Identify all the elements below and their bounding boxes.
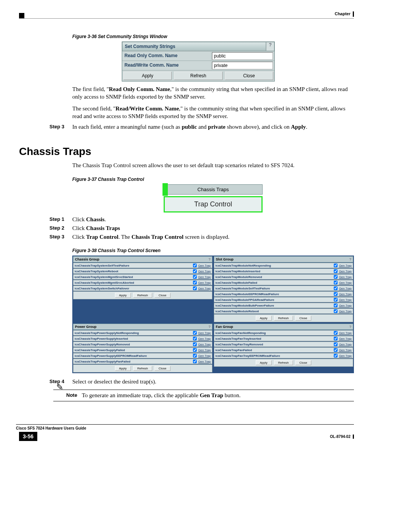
gen-trap-button[interactable]: Gen Trap [197, 287, 212, 290]
gen-trap-button[interactable]: Gen Trap [197, 343, 212, 346]
fan-group: Fan Group?icsChassisTrapFanNotResponding… [213, 323, 354, 373]
trap-checkbox[interactable] [193, 337, 197, 340]
trap-name: icsChassisTrapPowerSupplyEEPROMReadFailu… [73, 354, 193, 358]
trap-checkbox[interactable] [334, 354, 338, 358]
trap-checkbox[interactable] [193, 286, 197, 290]
trap-row: icsChassisTrapFanTrayInsertedGen Trap [214, 336, 353, 341]
close-button[interactable]: Close [225, 72, 273, 80]
refresh-button[interactable]: Refresh [174, 72, 222, 80]
trap-checkbox[interactable] [334, 304, 338, 307]
apply-button[interactable]: Apply [115, 293, 131, 298]
gen-trap-button[interactable]: Gen Trap [197, 348, 212, 352]
trap-checkbox[interactable] [334, 292, 338, 296]
apply-button[interactable]: Apply [256, 360, 272, 365]
gen-trap-button[interactable]: Gen Trap [338, 354, 353, 358]
read-write-input[interactable]: private [212, 62, 273, 69]
gen-trap-button[interactable]: Gen Trap [338, 331, 353, 335]
trap-checkbox[interactable] [193, 281, 197, 284]
trap-name: icsChassisTrapModuleFPGAReadFailure [214, 298, 333, 302]
refresh-button[interactable]: Refresh [133, 293, 152, 298]
trap-checkbox[interactable] [334, 337, 338, 340]
trap-name: icsChassisTrapPowerSupplyNotResponding [73, 331, 193, 335]
apply-button[interactable]: Apply [115, 366, 131, 371]
trap-checkbox[interactable] [193, 331, 197, 335]
window-title: Set Community Strings [122, 42, 266, 51]
gen-trap-button[interactable]: Gen Trap [197, 360, 212, 363]
refresh-button[interactable]: Refresh [133, 366, 152, 371]
trap-checkbox[interactable] [334, 264, 338, 267]
gen-trap-button[interactable]: Gen Trap [197, 331, 212, 335]
trap-name: icsChassisTrapModuleSelfTestFailure [214, 286, 333, 291]
refresh-button[interactable]: Refresh [274, 360, 293, 365]
trap-row: icsChassisTrapModuleRebootGen Trap [214, 308, 353, 314]
tab-trap-control[interactable]: Trap Control [164, 196, 263, 212]
read-only-label: Read Only Comm. Name [122, 51, 210, 61]
trap-checkbox[interactable] [334, 275, 338, 279]
help-icon[interactable]: ? [266, 42, 274, 51]
gen-trap-button[interactable]: Gen Trap [338, 337, 353, 340]
trap-checkbox[interactable] [334, 342, 338, 346]
close-button[interactable]: Close [295, 360, 311, 365]
trap-row: icsChassisTrapSystemRebootGen Trap [73, 268, 212, 274]
trap-name: icsChassisTrapSystemMgmtSrvcStarted [73, 275, 193, 279]
step-4: Step 4 Select or deselect the desired tr… [72, 379, 354, 385]
trap-checkbox[interactable] [193, 269, 197, 273]
gen-trap-button[interactable]: Gen Trap [338, 343, 353, 346]
gen-trap-button[interactable]: Gen Trap [338, 298, 353, 302]
trap-name: icsChassisTrapModuleRemoved [214, 275, 333, 279]
gen-trap-button[interactable]: Gen Trap [338, 348, 353, 352]
gen-trap-button[interactable]: Gen Trap [338, 264, 353, 267]
trap-row: icsChassisTrapSystemMgmtSrvcAbortedGen T… [73, 280, 212, 285]
apply-button[interactable]: Apply [123, 72, 172, 80]
gen-trap-button[interactable]: Gen Trap [197, 354, 212, 358]
gen-trap-button[interactable]: Gen Trap [197, 264, 212, 267]
trap-name: icsChassisTrapModuleReboot [214, 309, 333, 313]
trap-checkbox[interactable] [193, 275, 197, 279]
close-button[interactable]: Close [295, 316, 311, 321]
trap-checkbox[interactable] [193, 359, 197, 363]
trap-checkbox[interactable] [334, 348, 338, 352]
trap-row: icsChassisTrapModuleSelfTestFailureGen T… [214, 286, 353, 291]
trap-name: icsChassisTrapFanTrayRemoved [214, 342, 333, 347]
gen-trap-button[interactable]: Gen Trap [197, 337, 212, 340]
figure-caption-36: Figure 3-36 Set Community Strings Window [72, 34, 354, 39]
trap-name: icsChassisTrapSystemSwitchFailover [73, 286, 193, 291]
figure-caption-37: Figure 3-37 Chassis Trap Control [72, 177, 354, 182]
trap-checkbox[interactable] [193, 264, 197, 267]
section-heading-chassis-traps: Chassis Traps [19, 145, 354, 158]
gen-trap-button[interactable]: Gen Trap [338, 281, 353, 284]
trap-checkbox[interactable] [334, 309, 338, 313]
trap-name: icsChassisTrapModuleFailed [214, 281, 333, 285]
gen-trap-button[interactable]: Gen Trap [338, 270, 353, 273]
gen-trap-button[interactable]: Gen Trap [197, 270, 212, 273]
trap-row: icsChassisTrapModuleEEPROMReadFailureGen… [214, 291, 353, 297]
trap-name: icsChassisTrapSystemSelfTestFailure [73, 264, 193, 268]
trap-checkbox[interactable] [334, 298, 338, 302]
tab-chassis-traps[interactable]: Chassis Traps [164, 184, 263, 195]
gen-trap-button[interactable]: Gen Trap [197, 281, 212, 284]
gen-trap-button[interactable]: Gen Trap [338, 275, 353, 279]
trap-checkbox[interactable] [193, 342, 197, 346]
trap-row: icsChassisTrapPowerSupplyInsertedGen Tra… [73, 336, 212, 341]
trap-row: icsChassisTrapFanTrayEEPROMReadFailureGe… [214, 353, 353, 358]
trap-row: icsChassisTrapSystemMgmtSrvcStartedGen T… [73, 274, 212, 280]
trap-checkbox[interactable] [334, 286, 338, 290]
gen-trap-button[interactable]: Gen Trap [197, 275, 212, 279]
read-only-input[interactable]: public [212, 52, 273, 60]
trap-checkbox[interactable] [334, 331, 338, 335]
trap-row: icsChassisTrapModuleInsertedGen Trap [214, 268, 353, 274]
gen-trap-button[interactable]: Gen Trap [338, 310, 353, 313]
refresh-button[interactable]: Refresh [274, 316, 293, 321]
trap-checkbox[interactable] [193, 348, 197, 352]
trap-checkbox[interactable] [193, 354, 197, 358]
apply-button[interactable]: Apply [256, 316, 272, 321]
gen-trap-button[interactable]: Gen Trap [338, 292, 353, 296]
gen-trap-button[interactable]: Gen Trap [338, 304, 353, 307]
gen-trap-button[interactable]: Gen Trap [338, 287, 353, 290]
close-button[interactable]: Close [155, 366, 170, 371]
trap-checkbox[interactable] [334, 269, 338, 273]
trap-name: icsChassisTrapSystemReboot [73, 269, 193, 273]
note-icon: ✎ [53, 383, 66, 399]
trap-checkbox[interactable] [334, 281, 338, 284]
close-button[interactable]: Close [155, 293, 170, 298]
